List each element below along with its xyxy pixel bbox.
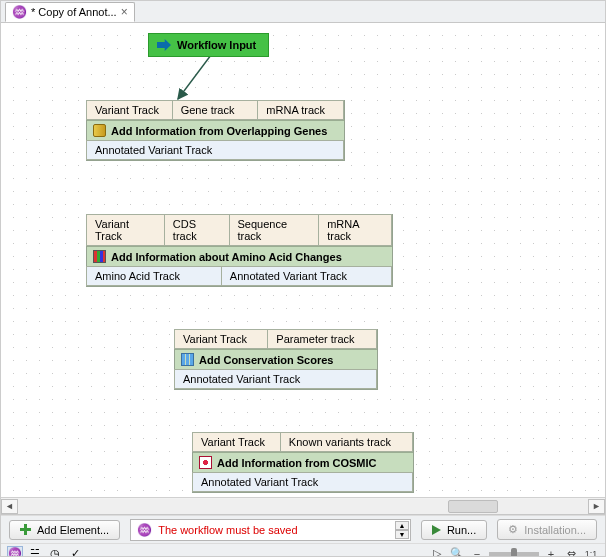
output-port[interactable]: Amino Acid Track <box>86 266 222 286</box>
input-arrow-icon <box>157 39 171 51</box>
document-tab[interactable]: ♒ * Copy of Annot... × <box>5 2 135 22</box>
input-port[interactable]: Variant Track <box>174 329 268 349</box>
gene-icon <box>93 124 106 137</box>
pointer-tool-icon[interactable]: ▷ <box>429 546 445 558</box>
scroll-track[interactable] <box>18 499 588 514</box>
play-icon <box>432 525 441 535</box>
workflow-icon: ♒ <box>137 523 152 537</box>
workflow-canvas[interactable]: Workflow Input Variant Track Gene track … <box>1 23 605 515</box>
input-port[interactable]: Variant Track <box>86 214 165 246</box>
close-icon[interactable]: × <box>121 5 128 19</box>
zoom-actual-icon[interactable]: 1:1 <box>583 546 599 558</box>
view-list-icon[interactable]: ☱ <box>27 546 43 558</box>
node-title[interactable]: Add Conservation Scores <box>175 349 377 370</box>
zoom-minus-icon[interactable]: − <box>469 546 485 558</box>
output-port[interactable]: Annotated Variant Track <box>174 369 377 389</box>
output-port[interactable]: Annotated Variant Track <box>192 472 413 492</box>
node-title[interactable]: Add Information from COSMIC <box>193 452 413 473</box>
input-port[interactable]: mRNA track <box>257 100 344 120</box>
run-button[interactable]: Run... <box>421 520 487 540</box>
conservation-icon <box>181 353 194 366</box>
view-history-icon[interactable]: ◷ <box>47 546 63 558</box>
zoom-slider-thumb[interactable] <box>511 548 517 558</box>
tab-title: * Copy of Annot... <box>31 6 117 18</box>
input-port[interactable]: Variant Track <box>86 100 173 120</box>
scroll-right-button[interactable]: ► <box>588 499 605 514</box>
input-port[interactable]: Variant Track <box>192 432 281 452</box>
workflow-icon: ♒ <box>12 5 27 19</box>
node-title[interactable]: Add Information about Amino Acid Changes <box>87 246 392 267</box>
output-port[interactable]: Annotated Variant Track <box>86 140 344 160</box>
fit-width-icon[interactable]: ⇔ <box>563 546 579 558</box>
message-up-button[interactable]: ▲ <box>395 521 409 530</box>
view-validate-icon[interactable]: ✓ <box>67 546 83 558</box>
input-port[interactable]: Sequence track <box>229 214 320 246</box>
message-down-button[interactable]: ▼ <box>395 530 409 539</box>
input-node-label: Workflow Input <box>177 39 256 51</box>
node-amino-acid-changes[interactable]: Variant Track CDS track Sequence track m… <box>86 214 393 287</box>
view-workflow-icon[interactable]: ♒ <box>7 546 23 558</box>
scroll-thumb[interactable] <box>448 500 498 513</box>
status-message-box: ♒ The workflow must be saved ▲ ▼ <box>130 519 411 541</box>
scroll-left-button[interactable]: ◄ <box>1 499 18 514</box>
add-element-button[interactable]: Add Element... <box>9 520 120 540</box>
zoom-in-icon[interactable]: 🔍 <box>449 546 465 558</box>
horizontal-scrollbar[interactable]: ◄ ► <box>1 497 605 514</box>
plus-icon <box>20 524 31 535</box>
installation-button[interactable]: ⚙ Installation... <box>497 519 597 540</box>
node-title[interactable]: Add Information from Overlapping Genes <box>87 120 344 141</box>
workflow-input-node[interactable]: Workflow Input <box>148 33 269 57</box>
install-icon: ⚙ <box>508 523 518 536</box>
node-conservation-scores[interactable]: Variant Track Parameter track Add Conser… <box>174 329 378 390</box>
input-port[interactable]: Known variants track <box>280 432 413 452</box>
node-overlapping-genes[interactable]: Variant Track Gene track mRNA track Add … <box>86 100 345 161</box>
input-port[interactable]: mRNA track <box>318 214 392 246</box>
node-cosmic[interactable]: Variant Track Known variants track Add I… <box>192 432 414 493</box>
amino-acid-icon <box>93 250 106 263</box>
zoom-plus-icon[interactable]: + <box>543 546 559 558</box>
input-port[interactable]: CDS track <box>164 214 230 246</box>
cosmic-icon <box>199 456 212 469</box>
input-port[interactable]: Parameter track <box>267 329 377 349</box>
output-port[interactable]: Annotated Variant Track <box>221 266 392 286</box>
status-message: The workflow must be saved <box>158 524 297 536</box>
input-port[interactable]: Gene track <box>172 100 259 120</box>
zoom-slider[interactable] <box>489 552 539 556</box>
